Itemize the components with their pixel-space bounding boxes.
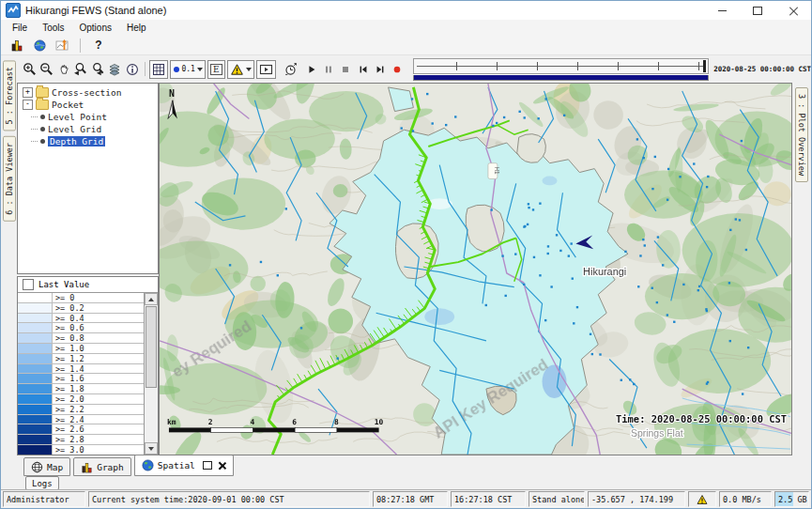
first-frame-button[interactable] xyxy=(354,59,371,80)
legend-color-swatch xyxy=(18,354,53,363)
legend-row[interactable]: >= 1.4 xyxy=(18,364,144,375)
pause-button[interactable] xyxy=(320,59,337,80)
road-label: H1 xyxy=(494,167,500,176)
tree-item-level-point[interactable]: Level Point xyxy=(18,111,158,123)
menu-help[interactable]: Help xyxy=(119,22,154,34)
status-warning-indicator[interactable] xyxy=(688,491,716,507)
maximize-button[interactable] xyxy=(740,1,775,20)
grid-display-button[interactable] xyxy=(149,60,168,79)
legend-row[interactable]: >= 2.0 xyxy=(18,394,144,405)
menu-tools[interactable]: Tools xyxy=(35,22,71,34)
place-label: Springs Flat xyxy=(631,428,683,439)
tab-map[interactable]: Map xyxy=(23,457,70,476)
arrow-up-icon xyxy=(148,298,154,301)
movie-player-button[interactable] xyxy=(256,60,276,79)
legend-row[interactable]: >= 0.8 xyxy=(18,333,144,344)
tree-item-label: Cross-section xyxy=(52,87,121,98)
status-bar: Administrator Current system time:2020-0… xyxy=(1,489,811,508)
legend-e-icon: E xyxy=(210,64,222,75)
globe-icon xyxy=(142,459,154,471)
tab-plot-overview[interactable]: 3 : Plot Overview xyxy=(795,87,808,182)
legend-color-swatch xyxy=(18,364,53,374)
tab-restore-icon[interactable] xyxy=(203,461,212,470)
last-value-checkbox[interactable] xyxy=(23,279,34,290)
threshold-dropdown[interactable]: 0.1 xyxy=(170,60,205,79)
layers-button[interactable] xyxy=(106,59,123,80)
legend-row-label: >= 0.8 xyxy=(53,333,144,343)
timeline-slider[interactable] xyxy=(413,58,709,81)
menu-file[interactable]: File xyxy=(5,22,35,34)
tree-item-pocket[interactable]: - Pocket xyxy=(18,99,158,111)
legend-row[interactable]: >= 0.4 xyxy=(18,314,144,324)
legend-row-label: >= 2.0 xyxy=(53,394,144,404)
tab-spatial[interactable]: Spatial xyxy=(134,455,234,476)
minimize-button[interactable] xyxy=(704,1,740,20)
legend-row[interactable]: >= 1.8 xyxy=(18,384,144,394)
spatial-display-button[interactable] xyxy=(54,38,70,53)
legend-row-label: >= 0.2 xyxy=(53,303,144,313)
zoom-in-button[interactable] xyxy=(21,59,38,80)
legend-row[interactable]: >= 2.8 xyxy=(18,435,144,445)
timeline-handle[interactable] xyxy=(703,60,706,72)
scroll-down-button[interactable] xyxy=(145,442,158,455)
legend-row[interactable]: >= 1.6 xyxy=(18,374,144,384)
maximize-icon xyxy=(753,7,762,15)
legend-row[interactable]: >= 1.0 xyxy=(18,344,144,354)
legend-row[interactable]: >= 2.6 xyxy=(18,424,144,435)
tab-graph[interactable]: Graph xyxy=(73,457,131,476)
left-panel: + Cross-section - Pocket Level P xyxy=(17,83,159,455)
logs-button[interactable]: Logs xyxy=(25,476,59,490)
database-button[interactable] xyxy=(8,38,25,53)
legend-button[interactable]: E xyxy=(207,60,225,79)
status-system-time: Current system time:2020-09-01 00:00 CST xyxy=(88,491,370,507)
help-button[interactable]: ? xyxy=(90,38,107,53)
zoom-previous-button[interactable] xyxy=(72,59,89,80)
tab-close-icon[interactable] xyxy=(218,461,226,470)
zoom-next-button[interactable] xyxy=(89,59,106,80)
tab-forecast[interactable]: 5 : Forecast xyxy=(3,60,16,131)
info-button[interactable] xyxy=(123,59,140,80)
map-globe-button[interactable] xyxy=(31,38,48,53)
collapse-toggle-icon[interactable]: - xyxy=(23,100,33,110)
scrollbar-track[interactable] xyxy=(145,305,158,442)
scrollbar-thumb[interactable] xyxy=(146,306,157,388)
legend-row-label: >= 0.6 xyxy=(53,323,144,332)
thresholds-warning-dropdown[interactable] xyxy=(227,60,254,79)
zoom-out-button[interactable] xyxy=(38,59,54,80)
legend-row[interactable]: >= 0.6 xyxy=(18,323,144,333)
legend-row[interactable]: >= 1.2 xyxy=(18,354,144,364)
time-navigator-button[interactable] xyxy=(283,59,299,80)
expand-toggle-icon[interactable]: + xyxy=(23,87,33,98)
legend-row[interactable]: >= 3.0 xyxy=(18,445,144,455)
minimize-icon xyxy=(718,10,727,11)
pan-hand-icon xyxy=(57,63,70,76)
pan-button[interactable] xyxy=(54,59,71,80)
tree-connector xyxy=(31,129,38,130)
legend-row[interactable]: >= 2.2 xyxy=(18,405,144,415)
menu-options[interactable]: Options xyxy=(71,22,118,34)
stop-button[interactable] xyxy=(337,59,354,80)
play-button[interactable] xyxy=(303,59,320,80)
last-frame-button[interactable] xyxy=(372,59,389,80)
legend-color-swatch xyxy=(18,415,53,424)
legend-scrollbar[interactable] xyxy=(145,293,158,455)
legend-row-label: >= 1.0 xyxy=(53,344,144,353)
map-canvas[interactable]: ey Required API Key Required xyxy=(160,84,791,455)
tree-item-depth-grid[interactable]: Depth Grid xyxy=(18,135,158,147)
close-button[interactable] xyxy=(775,1,811,20)
tree-item-level-grid[interactable]: Level Grid xyxy=(18,123,158,135)
status-memory: 2.5 GB xyxy=(774,491,809,507)
scroll-up-button[interactable] xyxy=(145,293,158,305)
legend-row-label: >= 2.6 xyxy=(53,424,144,434)
timeline-track[interactable] xyxy=(413,58,709,74)
map-viewport[interactable]: ey Required API Key Required xyxy=(159,83,792,455)
record-button[interactable] xyxy=(389,59,406,80)
map-toolbar: 0.1 E xyxy=(17,55,811,83)
first-frame-icon xyxy=(358,64,369,75)
timeline-period-bar xyxy=(413,75,709,81)
legend-row-label: >= 2.8 xyxy=(53,435,144,444)
tab-data-viewer[interactable]: 6 : Data Viewer xyxy=(3,136,16,222)
legend-row[interactable]: >= 2.4 xyxy=(18,415,144,425)
legend-row[interactable]: >= 0 xyxy=(18,293,144,303)
legend-row[interactable]: >= 0.2 xyxy=(18,303,144,314)
